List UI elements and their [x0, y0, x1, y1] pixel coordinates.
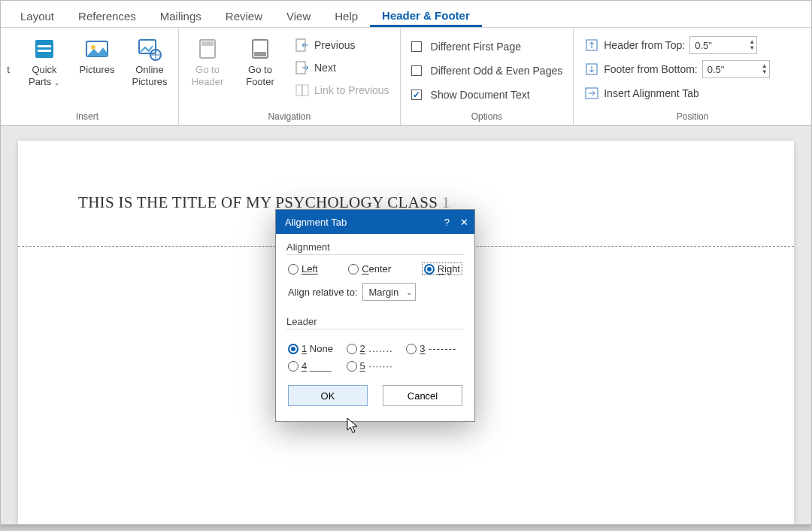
- ribbon-tabs: Layout References Mailings Review View H…: [1, 1, 811, 28]
- tab-header-footer[interactable]: Header & Footer: [370, 3, 482, 27]
- quick-parts-button[interactable]: Quick Parts ⌄: [23, 32, 65, 87]
- pictures-button[interactable]: Pictures: [76, 32, 118, 76]
- svg-point-4: [91, 45, 95, 50]
- tab-view[interactable]: View: [274, 4, 323, 27]
- insert-alignment-tab-button[interactable]: Insert Alignment Tab: [581, 83, 772, 103]
- svg-rect-1: [38, 45, 51, 47]
- group-label-position: Position: [581, 111, 804, 122]
- show-document-text-checkbox[interactable]: Show Document Text: [408, 85, 566, 105]
- footer-from-bottom-input[interactable]: 0.5" ▲▼: [702, 60, 770, 78]
- checkbox-icon: [411, 65, 422, 76]
- previous-button[interactable]: Previous: [292, 35, 392, 55]
- next-button[interactable]: Next: [292, 58, 392, 77]
- footer-icon: [248, 37, 272, 61]
- leader-4-radio[interactable]: 4 ____: [288, 360, 339, 372]
- alignment-left-radio[interactable]: Left: [288, 263, 318, 275]
- different-first-page-checkbox[interactable]: Different First Page: [408, 37, 566, 56]
- footer-bottom-icon: [584, 62, 599, 77]
- alignment-tab-icon: [584, 86, 599, 101]
- dialog-close-button[interactable]: ✕: [460, 217, 468, 228]
- checkbox-checked-icon: [411, 90, 422, 100]
- svg-rect-14: [302, 85, 308, 96]
- different-odd-even-checkbox[interactable]: Different Odd & Even Pages: [408, 61, 566, 80]
- document-icon: [32, 37, 56, 61]
- leader-section-label: Leader: [286, 316, 464, 327]
- group-label-insert: Insert: [4, 111, 171, 122]
- leader-5-radio[interactable]: 5 ·······: [347, 360, 399, 372]
- leader-2-radio[interactable]: 2 .......: [347, 343, 399, 354]
- svg-rect-10: [254, 52, 266, 56]
- alignment-section-label: Alignment: [286, 241, 464, 253]
- online-picture-icon: [138, 37, 162, 61]
- leader-1-radio[interactable]: 1 None: [288, 343, 339, 354]
- goto-footer-button[interactable]: Go to Footer: [239, 32, 281, 87]
- header-from-top-input[interactable]: 0.5" ▲▼: [689, 36, 757, 54]
- tab-mailings[interactable]: Mailings: [148, 4, 214, 27]
- next-icon: [295, 60, 310, 75]
- svg-rect-8: [201, 41, 214, 46]
- alignment-right-radio[interactable]: Right: [422, 262, 462, 275]
- link-previous-button[interactable]: Link to Previous: [292, 80, 392, 100]
- chevron-down-icon: ⌄: [406, 288, 412, 296]
- cancel-button[interactable]: Cancel: [383, 385, 462, 406]
- online-pictures-button[interactable]: Online Pictures: [129, 32, 171, 87]
- spinner-icon[interactable]: ▲▼: [762, 63, 768, 75]
- group-label-options: Options: [408, 111, 566, 122]
- svg-rect-0: [35, 40, 53, 58]
- link-icon: [295, 83, 310, 98]
- header-top-icon: [584, 38, 599, 53]
- tab-references[interactable]: References: [66, 4, 148, 27]
- leader-3-radio[interactable]: 3 -------: [406, 343, 462, 354]
- spinner-icon[interactable]: ▲▼: [749, 39, 755, 51]
- align-relative-combo[interactable]: Margin⌄: [362, 283, 417, 301]
- previous-icon: [295, 38, 310, 53]
- align-relative-label: Align relative to:: [288, 287, 358, 298]
- goto-header-button[interactable]: Go to Header: [186, 32, 229, 87]
- tab-help[interactable]: Help: [323, 4, 370, 27]
- header-from-top-row: Header from Top: 0.5" ▲▼: [581, 35, 772, 55]
- checkbox-icon: [411, 41, 422, 52]
- alignment-tab-dialog: Alignment Tab ? ✕ Alignment Left Center …: [275, 209, 475, 422]
- dialog-title: Alignment Tab: [285, 217, 347, 228]
- ribbon-button-cut[interactable]: t: [4, 32, 13, 76]
- footer-from-bottom-row: Footer from Bottom: 0.5" ▲▼: [581, 59, 772, 79]
- ok-button[interactable]: OK: [288, 385, 368, 406]
- svg-rect-2: [38, 50, 51, 52]
- tab-review[interactable]: Review: [214, 4, 274, 27]
- alignment-center-radio[interactable]: Center: [348, 263, 391, 275]
- dialog-help-button[interactable]: ?: [444, 217, 450, 228]
- group-label-navigation: Navigation: [186, 111, 392, 122]
- ribbon: t Quick Parts ⌄ Pictures Online Pictures…: [1, 28, 811, 126]
- picture-icon: [85, 37, 109, 61]
- header-icon: [195, 37, 220, 61]
- svg-rect-13: [296, 85, 302, 96]
- tab-layout[interactable]: Layout: [8, 4, 66, 27]
- dialog-titlebar[interactable]: Alignment Tab ? ✕: [276, 210, 474, 234]
